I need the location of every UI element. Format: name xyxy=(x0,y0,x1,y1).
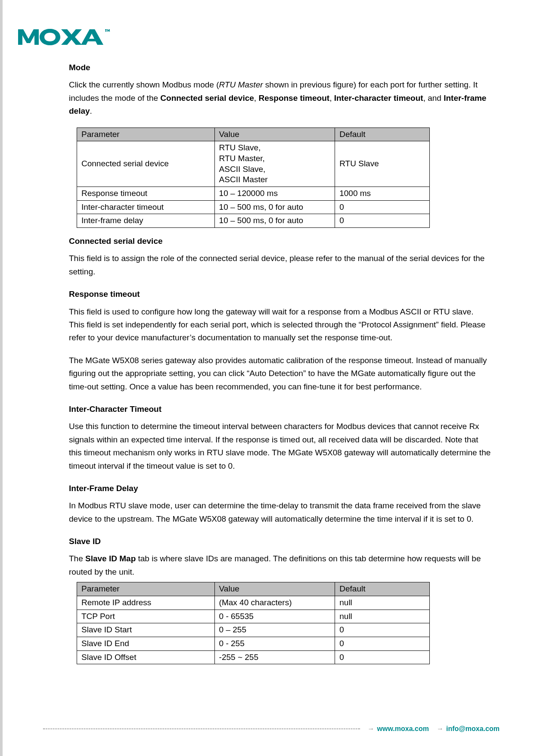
para-rt-1: This field is used to configure how long… xyxy=(69,305,491,345)
td-default: 0 xyxy=(335,637,430,651)
table-row: Slave ID Start 0 – 255 0 xyxy=(77,623,430,637)
para-csd: This field is to assign the role of the … xyxy=(69,252,491,278)
table-row: TCP Port 0 - 65535 null xyxy=(77,610,430,623)
td-default: 1000 ms xyxy=(335,187,430,201)
td-parameter: TCP Port xyxy=(77,610,215,623)
table-row: Connected serial device RTU Slave, RTU M… xyxy=(77,141,430,187)
table-row: Response timeout 10 – 120000 ms 1000 ms xyxy=(77,187,430,201)
main-content: Mode Click the currently shown Modbus mo… xyxy=(69,61,491,664)
td-parameter: Inter-character timeout xyxy=(77,200,215,214)
td-default: 0 xyxy=(335,200,430,214)
table-header-row: Parameter Value Default xyxy=(77,582,430,596)
para-slave-id: The Slave ID Map tab is where slave IDs … xyxy=(69,552,491,579)
td-value: 10 – 500 ms, 0 for auto xyxy=(214,200,335,214)
heading-inter-frame-delay: Inter-Frame Delay xyxy=(69,482,491,495)
td-default: 0 xyxy=(335,214,430,228)
td-default: 0 xyxy=(335,650,430,664)
arrow-icon: → xyxy=(368,725,375,733)
heading-slave-id: Slave ID xyxy=(69,535,491,548)
td-parameter: Response timeout xyxy=(77,187,215,201)
text-italic: RTU Master xyxy=(219,80,263,89)
page-footer: → www.moxa.com → info@moxa.com xyxy=(43,725,500,733)
td-value: RTU Slave, RTU Master, ASCII Slave, ASCI… xyxy=(214,141,335,187)
td-value: 0 - 65535 xyxy=(214,610,335,623)
table-row: Slave ID End 0 - 255 0 xyxy=(77,637,430,651)
th-parameter: Parameter xyxy=(77,582,215,596)
td-value: 10 – 500 ms, 0 for auto xyxy=(214,214,335,228)
moxa-logo-icon xyxy=(17,26,112,48)
text: . xyxy=(90,106,92,115)
th-parameter: Parameter xyxy=(77,128,215,141)
text: Click the currently shown Modbus mode ( xyxy=(69,80,219,89)
table-row: Inter-character timeout 10 – 500 ms, 0 f… xyxy=(77,200,430,214)
td-parameter: Slave ID Offset xyxy=(77,650,215,664)
footer-url[interactable]: www.moxa.com xyxy=(377,725,429,733)
para-ict: Use this function to determine the timeo… xyxy=(69,420,491,473)
text-bold: Response timeout xyxy=(258,93,329,103)
td-parameter: Remote IP address xyxy=(77,596,215,610)
text: The xyxy=(69,554,85,563)
td-parameter: Slave ID Start xyxy=(77,623,215,637)
td-value: 0 – 255 xyxy=(214,623,335,637)
td-value: 0 - 255 xyxy=(214,637,335,651)
table-slave-id-parameters: Parameter Value Default Remote IP addres… xyxy=(77,582,430,664)
text: , and xyxy=(423,93,444,103)
td-default: 0 xyxy=(335,623,430,637)
page-body: Mode Click the currently shown Modbus mo… xyxy=(17,26,517,671)
text-bold: Connected serial device xyxy=(160,93,254,103)
td-parameter: Connected serial device xyxy=(77,141,215,187)
brand-logo xyxy=(17,26,517,48)
footer-divider xyxy=(43,728,360,729)
footer-email[interactable]: info@moxa.com xyxy=(446,725,500,733)
heading-inter-character-timeout: Inter-Character Timeout xyxy=(69,403,491,416)
table-header-row: Parameter Value Default xyxy=(77,128,430,141)
heading-response-timeout: Response timeout xyxy=(69,288,491,301)
td-parameter: Inter-frame delay xyxy=(77,214,215,228)
th-value: Value xyxy=(214,128,335,141)
th-default: Default xyxy=(335,582,430,596)
arrow-icon: → xyxy=(437,725,444,733)
td-default: null xyxy=(335,596,430,610)
para-rt-2: The MGate W5X08 series gateway also prov… xyxy=(69,354,491,393)
td-value: 10 – 120000 ms xyxy=(214,187,335,201)
th-default: Default xyxy=(335,128,430,141)
table-row: Slave ID Offset -255 ~ 255 0 xyxy=(77,650,430,664)
left-accent-bar xyxy=(0,0,3,756)
table-row: Inter-frame delay 10 – 500 ms, 0 for aut… xyxy=(77,214,430,228)
table-mode-parameters: Parameter Value Default Connected serial… xyxy=(77,128,430,228)
para-mode: Click the currently shown Modbus mode (R… xyxy=(69,78,491,118)
td-value: -255 ~ 255 xyxy=(214,650,335,664)
text-bold: Inter-character timeout xyxy=(334,93,423,103)
th-value: Value xyxy=(214,582,335,596)
text: , xyxy=(254,93,259,103)
para-ifd: In Modbus RTU slave mode, user can deter… xyxy=(69,499,491,526)
table-row: Remote IP address (Max 40 characters) nu… xyxy=(77,596,430,610)
td-value: (Max 40 characters) xyxy=(214,596,335,610)
heading-csd: Connected serial device xyxy=(69,235,491,248)
text-bold: Slave ID Map xyxy=(85,554,136,563)
td-parameter: Slave ID End xyxy=(77,637,215,651)
text: , xyxy=(329,93,334,103)
heading-mode: Mode xyxy=(69,61,491,74)
td-default: RTU Slave xyxy=(335,141,430,187)
td-default: null xyxy=(335,610,430,623)
